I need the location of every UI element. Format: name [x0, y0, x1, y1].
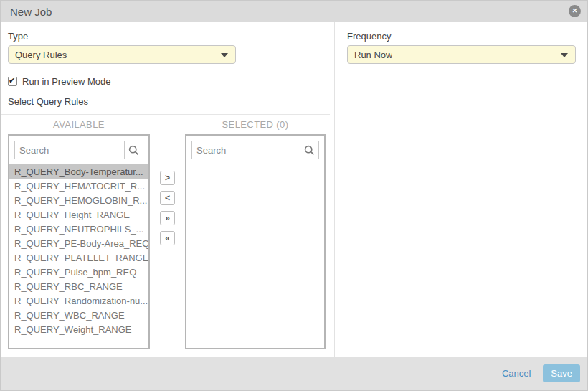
available-search-row: [14, 141, 143, 159]
preview-mode-row: Run in Preview Mode: [8, 76, 334, 87]
right-column: Frequency Run Now: [335, 22, 587, 357]
frequency-dropdown[interactable]: Run Now: [347, 45, 576, 64]
list-item[interactable]: R_QUERY_Weight_RANGE: [9, 322, 148, 336]
selected-header: SELECTED (0): [185, 119, 326, 130]
selected-listbox: [185, 134, 326, 349]
list-item[interactable]: R_QUERY_PE-Body-Area_REQ: [9, 236, 148, 250]
list-item[interactable]: R_QUERY_RBC_RANGE: [9, 279, 148, 293]
headers-spacer: [150, 119, 185, 130]
select-query-rules-label: Select Query Rules: [8, 96, 334, 107]
new-job-dialog: New Job ✕ Type Query Rules Run in Previe…: [0, 0, 588, 391]
move-right-button[interactable]: >: [160, 171, 175, 185]
dialog-footer: Cancel Save: [1, 357, 587, 390]
available-search-button[interactable]: [124, 141, 143, 159]
list-item[interactable]: R_QUERY_HEMATOCRIT_R...: [9, 179, 148, 193]
selected-search-input[interactable]: [191, 141, 300, 159]
list-item[interactable]: R_QUERY_Randomization-nu...: [9, 293, 148, 308]
selected-search-button[interactable]: [300, 141, 319, 159]
list-item[interactable]: R_QUERY_Height_RANGE: [9, 207, 148, 222]
chevron-down-icon: [221, 53, 228, 57]
move-left-button[interactable]: <: [160, 191, 175, 205]
type-dropdown[interactable]: Query Rules: [8, 45, 236, 64]
available-listbox: R_QUERY_Body-Temperatur...R_QUERY_HEMATO…: [8, 134, 150, 349]
list-headers-row: AVAILABLE SELECTED (0): [8, 119, 334, 130]
dialog-body: Type Query Rules Run in Preview Mode Sel…: [1, 22, 587, 357]
move-all-left-button[interactable]: «: [160, 231, 175, 245]
dual-list-picker: R_QUERY_Body-Temperatur...R_QUERY_HEMATO…: [8, 134, 334, 349]
type-dropdown-value: Query Rules: [15, 50, 67, 60]
list-item[interactable]: R_QUERY_Body-Temperatur...: [9, 164, 148, 179]
preview-mode-checkbox[interactable]: [8, 77, 17, 86]
search-icon: [304, 145, 315, 156]
list-item[interactable]: R_QUERY_NEUTROPHILS_...: [9, 222, 148, 236]
frequency-dropdown-value: Run Now: [354, 50, 392, 60]
available-header: AVAILABLE: [8, 119, 150, 130]
search-icon: [128, 145, 139, 156]
preview-mode-label: Run in Preview Mode: [22, 76, 111, 87]
chevron-down-icon: [561, 53, 568, 57]
cancel-button[interactable]: Cancel: [502, 368, 531, 379]
frequency-label: Frequency: [347, 31, 587, 42]
list-item[interactable]: R_QUERY_HEMOGLOBIN_R...: [9, 193, 148, 207]
transfer-buttons: > < » «: [160, 134, 175, 251]
list-item[interactable]: R_QUERY_PLATELET_RANGE: [9, 250, 148, 265]
separator-line: [1, 114, 330, 115]
available-list: R_QUERY_Body-Temperatur...R_QUERY_HEMATO…: [9, 164, 148, 336]
save-button[interactable]: Save: [543, 364, 580, 382]
selected-search-row: [191, 141, 319, 159]
close-icon[interactable]: ✕: [569, 5, 581, 17]
list-item[interactable]: R_QUERY_WBC_RANGE: [9, 308, 148, 322]
list-item[interactable]: R_QUERY_Pulse_bpm_REQ: [9, 265, 148, 279]
move-all-right-button[interactable]: »: [160, 211, 175, 225]
dialog-title: New Job: [10, 6, 52, 18]
left-column: Type Query Rules Run in Preview Mode Sel…: [1, 22, 335, 357]
dialog-header: New Job ✕: [1, 1, 587, 22]
type-label: Type: [8, 31, 334, 42]
available-search-input[interactable]: [14, 141, 125, 159]
